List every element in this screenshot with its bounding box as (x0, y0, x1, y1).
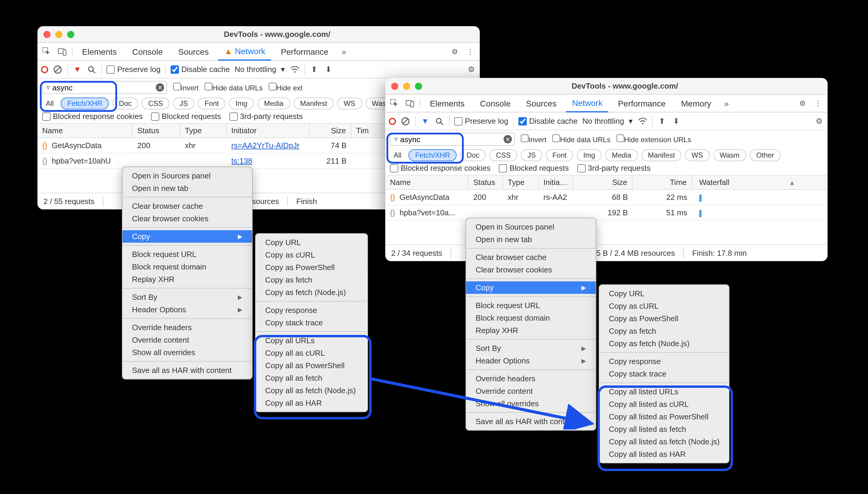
funnel-icon[interactable]: ▼ (420, 116, 430, 126)
menu-item-copy-all-listed-as-curl[interactable]: Copy all listed as cURL (599, 398, 729, 411)
funnel-icon[interactable]: ▼ (73, 64, 82, 74)
more-tabs-icon[interactable]: » (721, 98, 732, 108)
record-icon[interactable] (389, 117, 396, 125)
col-name[interactable]: Name (385, 175, 469, 189)
menu-item-open-in-new-tab[interactable]: Open in new tab (122, 182, 252, 194)
col-initiator[interactable]: Initiator (226, 124, 310, 137)
col-type[interactable]: Type (503, 175, 539, 189)
filter-chip-media[interactable]: Media (257, 98, 290, 110)
menu-item-sort-by[interactable]: Sort By▶ (122, 291, 252, 303)
tab-performance[interactable]: Performance (612, 94, 671, 112)
filter-chip-img[interactable]: Img (229, 98, 254, 110)
tab-memory[interactable]: Memory (675, 94, 717, 112)
download-icon[interactable]: ⬇ (671, 116, 681, 126)
filter-chip-css[interactable]: CSS (490, 149, 517, 161)
filter-chip-fetchxhr[interactable]: Fetch/XHR (409, 149, 457, 161)
filter-chip-all[interactable]: All (390, 150, 405, 160)
tab-console[interactable]: Console (126, 42, 169, 60)
menu-item-save-all-as-har-with-content[interactable]: Save all as HAR with content (122, 364, 252, 377)
menu-item-copy-as-fetch--node-js-[interactable]: Copy as fetch (Node.js) (256, 286, 368, 299)
blocked-cookies-checkbox[interactable]: Blocked response cookies (42, 112, 143, 121)
menu-item-copy-stack-trace[interactable]: Copy stack trace (599, 367, 729, 380)
minimize-icon[interactable] (55, 31, 62, 38)
menu-item-copy-all-as-curl[interactable]: Copy all as cURL (256, 347, 368, 359)
col-initiator[interactable]: Initia… (539, 175, 573, 189)
close-icon[interactable] (391, 82, 398, 90)
menu-item-copy-as-powershell[interactable]: Copy as PowerShell (599, 312, 729, 325)
hide-data-urls-checkbox[interactable]: Hide data URLs (204, 83, 262, 92)
initiator-link[interactable]: rs=AA2YrTu-AIDpJr (231, 141, 300, 150)
kebab-icon[interactable]: ⋮ (464, 45, 476, 57)
filter-chip-js[interactable]: JS (173, 98, 194, 110)
throttle-select[interactable]: No throttling (582, 117, 624, 126)
invert-checkbox[interactable]: Invert (173, 83, 199, 92)
hide-ext-urls-checkbox[interactable]: Hide extension URLs (616, 134, 691, 144)
menu-item-copy-as-fetch[interactable]: Copy as fetch (599, 325, 729, 337)
blocked-cookies-checkbox[interactable]: Blocked response cookies (390, 164, 491, 172)
clear-filter-icon[interactable]: ✕ (504, 135, 512, 144)
upload-icon[interactable]: ⬆ (657, 116, 667, 126)
col-status[interactable]: Status (469, 175, 503, 189)
menu-item-copy-all-as-powershell[interactable]: Copy all as PowerShell (256, 359, 368, 372)
download-icon[interactable]: ⬇ (324, 64, 333, 74)
menu-item-copy[interactable]: Copy▶ (122, 230, 252, 243)
tab-network[interactable]: Network (566, 94, 609, 112)
filter-text-field[interactable] (52, 83, 163, 92)
menu-item-copy-all-listed-as-powershell[interactable]: Copy all listed as PowerShell (599, 411, 729, 423)
upload-icon[interactable]: ⬆ (310, 64, 319, 74)
wifi-icon[interactable] (638, 116, 647, 126)
menu-item-copy-url[interactable]: Copy URL (599, 287, 729, 300)
menu-item-copy-all-as-fetch--node-js-[interactable]: Copy all as fetch (Node.js) (256, 384, 368, 397)
more-tabs-icon[interactable]: » (338, 47, 350, 56)
menu-item-copy-response[interactable]: Copy response (256, 304, 368, 317)
preserve-log-checkbox[interactable]: Preserve log (454, 117, 508, 126)
menu-item-open-in-new-tab[interactable]: Open in new tab (466, 233, 596, 246)
inspect-icon[interactable] (389, 97, 401, 109)
filter-text-field[interactable] (400, 135, 511, 144)
device-icon[interactable] (404, 97, 416, 109)
device-icon[interactable] (57, 45, 68, 57)
menu-item-copy-as-curl[interactable]: Copy as cURL (256, 249, 368, 261)
menu-item-clear-browser-cache[interactable]: Clear browser cache (122, 200, 252, 212)
menu-item-copy-all-as-fetch[interactable]: Copy all as fetch (256, 372, 368, 384)
tab-console[interactable]: Console (474, 94, 517, 112)
menu-item-copy-stack-trace[interactable]: Copy stack trace (256, 317, 368, 329)
filter-chip-ws[interactable]: WS (685, 149, 710, 161)
filter-chip-fetchxhr[interactable]: Fetch/XHR (61, 98, 109, 110)
hide-data-urls-checkbox[interactable]: Hide data URLs (552, 134, 610, 144)
maximize-icon[interactable] (415, 82, 422, 90)
chevron-down-icon[interactable]: ▾ (281, 65, 285, 74)
filter-input[interactable]: ▿ ✕ (42, 81, 167, 94)
col-type[interactable]: Type (180, 124, 226, 137)
menu-item-copy-all-as-har[interactable]: Copy all as HAR (256, 397, 368, 409)
filter-chip-manifest[interactable]: Manifest (642, 149, 682, 161)
record-icon[interactable] (41, 66, 48, 73)
tab-sources[interactable]: Sources (520, 94, 563, 112)
table-row[interactable]: {}hpba?vet=10a... 192 B51 ms (385, 205, 828, 221)
initiator-link[interactable]: ts:138 (231, 156, 252, 165)
gear-icon[interactable]: ⚙ (467, 64, 476, 74)
col-time[interactable]: Tim (351, 124, 387, 137)
menu-item-sort-by[interactable]: Sort By▶ (466, 342, 596, 355)
minimize-icon[interactable] (403, 82, 410, 90)
inspect-icon[interactable] (41, 45, 53, 57)
tab-performance[interactable]: Performance (275, 42, 334, 60)
menu-item-header-options[interactable]: Header Options▶ (466, 355, 596, 367)
wifi-icon[interactable] (290, 64, 299, 74)
blocked-requests-checkbox[interactable]: Blocked requests (151, 112, 221, 121)
filter-chip-css[interactable]: CSS (142, 98, 170, 110)
filter-chip-other[interactable]: Other (750, 149, 781, 161)
menu-item-header-options[interactable]: Header Options▶ (122, 303, 252, 316)
menu-item-copy-as-fetch[interactable]: Copy as fetch (256, 273, 368, 286)
filter-chip-manifest[interactable]: Manifest (294, 98, 334, 110)
hide-ext-urls-checkbox[interactable]: Hide ext (269, 83, 302, 92)
third-party-checkbox[interactable]: 3rd-party requests (577, 164, 651, 172)
menu-item-block-request-domain[interactable]: Block request domain (122, 261, 252, 273)
table-row[interactable]: {}GetAsyncData 200xhr rs-AA2 68 B22 ms (385, 190, 828, 205)
third-party-checkbox[interactable]: 3rd-party requests (230, 112, 303, 121)
disable-cache-checkbox[interactable]: Disable cache (518, 117, 577, 126)
tab-network[interactable]: ▲Network (218, 42, 271, 60)
chevron-down-icon[interactable]: ▾ (629, 117, 633, 126)
preserve-log-checkbox[interactable]: Preserve log (106, 65, 160, 74)
filter-chip-media[interactable]: Media (605, 149, 638, 161)
